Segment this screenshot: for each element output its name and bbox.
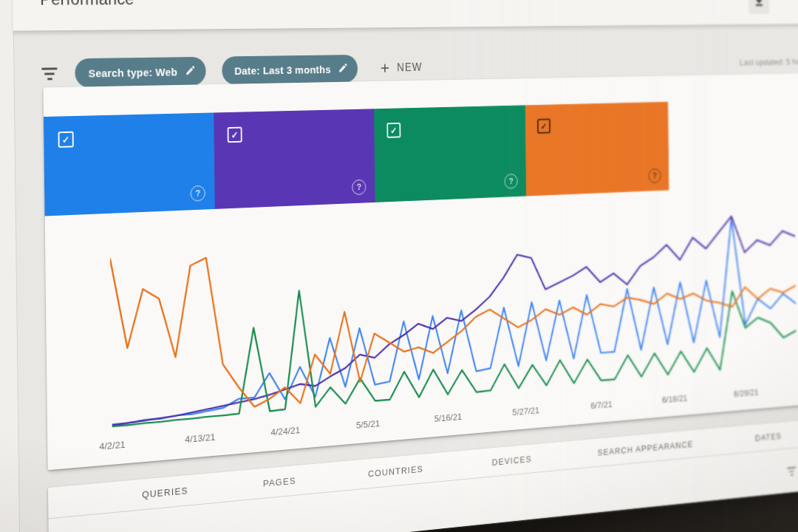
filter-chip-search-type[interactable]: Search type: Web bbox=[75, 57, 205, 88]
checkbox-checked-icon[interactable]: ✓ bbox=[537, 118, 550, 133]
filter-chip-label: Date: Last 3 months bbox=[234, 63, 330, 76]
search-console-screen: Performance Search type: Web bbox=[0, 0, 798, 532]
metric-card-average-ctr[interactable]: ✓? bbox=[374, 105, 526, 202]
checkbox-checked-icon[interactable]: ✓ bbox=[386, 123, 400, 138]
x-tick-label: 4/24/21 bbox=[270, 425, 300, 437]
new-filter-button[interactable]: + NEW bbox=[381, 59, 423, 76]
page-title: Performance bbox=[40, 0, 134, 10]
filter-icon[interactable] bbox=[787, 466, 797, 476]
tab-devices[interactable]: DEVICES bbox=[492, 454, 532, 468]
metric-value bbox=[228, 148, 362, 152]
help-circle-icon[interactable]: ? bbox=[648, 168, 661, 183]
x-tick-label: 6/18/21 bbox=[662, 393, 687, 405]
x-tick-label: 6/7/21 bbox=[590, 399, 613, 411]
new-filter-label: NEW bbox=[397, 61, 423, 74]
x-tick-label: 5/5/21 bbox=[356, 418, 380, 431]
tab-dates[interactable]: DATES bbox=[755, 431, 782, 443]
metric-card-average-position[interactable]: ✓? bbox=[525, 102, 669, 197]
x-tick-label: 5/27/21 bbox=[512, 405, 539, 417]
x-tick-label: 5/16/21 bbox=[434, 412, 463, 424]
sidebar-edge bbox=[0, 0, 21, 532]
help-circle-icon[interactable]: ? bbox=[505, 174, 518, 189]
export-button[interactable] bbox=[748, 0, 769, 14]
tab-pages[interactable]: PAGES bbox=[263, 475, 296, 488]
performance-panel: ✓?✓?✓?✓? 4/2/214/13/214/24/215/5/215/16/… bbox=[44, 73, 798, 471]
metric-value bbox=[537, 138, 657, 142]
checkbox-checked-icon[interactable]: ✓ bbox=[228, 127, 242, 143]
checkbox-checked-icon[interactable]: ✓ bbox=[58, 132, 73, 148]
metric-value bbox=[387, 143, 514, 147]
pencil-icon bbox=[338, 62, 348, 75]
plus-icon: + bbox=[381, 60, 389, 77]
tab-search-appearance[interactable]: SEARCH APPEARANCE bbox=[598, 439, 694, 457]
series-average-position bbox=[110, 225, 797, 418]
metric-cards: ✓?✓?✓?✓? bbox=[44, 98, 798, 216]
photo-stage: Performance Search type: Web bbox=[0, 0, 798, 532]
filter-chip-date[interactable]: Date: Last 3 months bbox=[222, 55, 358, 85]
help-circle-icon[interactable]: ? bbox=[191, 185, 205, 202]
x-tick-label: 4/2/21 bbox=[99, 439, 126, 452]
x-tick-label: 6/29/21 bbox=[734, 387, 759, 399]
metric-card-total-impressions[interactable]: ✓? bbox=[214, 109, 375, 209]
tab-countries[interactable]: COUNTRIES bbox=[368, 464, 423, 480]
help-circle-icon[interactable]: ? bbox=[352, 180, 366, 195]
metric-value bbox=[58, 153, 201, 157]
page-header: Performance bbox=[13, 0, 798, 33]
x-tick-label: 4/13/21 bbox=[185, 432, 215, 445]
last-updated-text: Last updated: 5 hour bbox=[740, 56, 798, 66]
metric-card-total-clicks[interactable]: ✓? bbox=[44, 112, 215, 216]
tab-queries[interactable]: QUERIES bbox=[142, 485, 188, 500]
filter-list-icon[interactable] bbox=[41, 67, 58, 80]
filter-chip-label: Search type: Web bbox=[88, 65, 177, 79]
download-icon bbox=[754, 0, 765, 10]
pencil-icon bbox=[185, 64, 196, 78]
